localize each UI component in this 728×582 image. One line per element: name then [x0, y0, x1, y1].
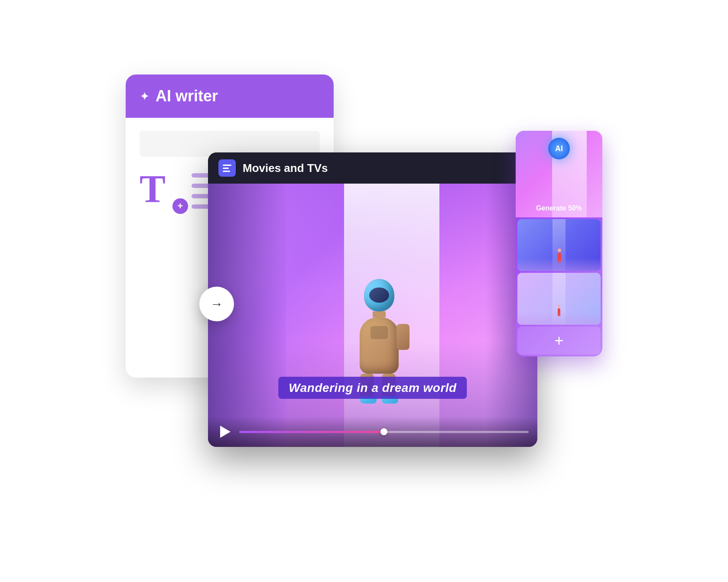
subtitle-bar: Wandering in a dream world: [278, 381, 467, 395]
astronaut-suit: [360, 317, 399, 374]
video-controls: [208, 417, 537, 447]
thumbnail-3: [517, 273, 601, 325]
right-panel: AI Generate 50% +: [516, 131, 602, 356]
play-icon: [220, 426, 231, 438]
astronaut-helmet: [364, 279, 394, 311]
ai-badge-text: AI: [555, 144, 563, 153]
subtitle-text: Wandering in a dream world: [278, 377, 467, 399]
video-header-icon: [218, 159, 236, 177]
icon-line-1: [223, 165, 231, 166]
icon-line-3: [223, 171, 230, 172]
ai-writer-header: ✦ AI writer: [126, 74, 334, 118]
video-header: Movies and TVs: [208, 152, 537, 184]
plus-icon: +: [554, 332, 563, 350]
progress-fill: [239, 431, 384, 433]
arrow-button[interactable]: →: [199, 287, 234, 321]
ai-badge-circle: AI: [548, 138, 570, 159]
ai-generate-top-thumbnail: AI Generate 50%: [516, 131, 602, 217]
add-button[interactable]: +: [517, 327, 601, 355]
video-header-title: Movies and TVs: [243, 162, 328, 175]
icon-line-2: [223, 168, 229, 169]
progress-bar[interactable]: [239, 431, 529, 433]
play-button[interactable]: [217, 424, 232, 440]
thumb2-floor: [517, 258, 601, 271]
ai-generate-label: Generate 50%: [516, 204, 602, 212]
ai-writer-icon: ✦: [140, 89, 150, 103]
text-plus-icon: T +: [140, 170, 192, 217]
ai-writer-title: AI writer: [156, 87, 218, 105]
video-content: Wandering in a dream world: [208, 184, 537, 447]
astronaut-neck: [373, 311, 386, 317]
scene: ✦ AI writer T +: [126, 74, 602, 508]
thumb3-floor: [517, 312, 601, 325]
chest-panel: [370, 326, 388, 339]
astronaut-backpack: [396, 324, 410, 350]
video-card: Movies and TVs: [208, 152, 537, 447]
menu-lines-icon: [220, 162, 234, 175]
arrow-right-icon: →: [210, 297, 223, 311]
progress-thumb[interactable]: [380, 428, 387, 435]
astronaut-visor: [369, 288, 389, 303]
ai-badge: AI: [548, 138, 570, 163]
thumbnail-2: [517, 219, 601, 271]
